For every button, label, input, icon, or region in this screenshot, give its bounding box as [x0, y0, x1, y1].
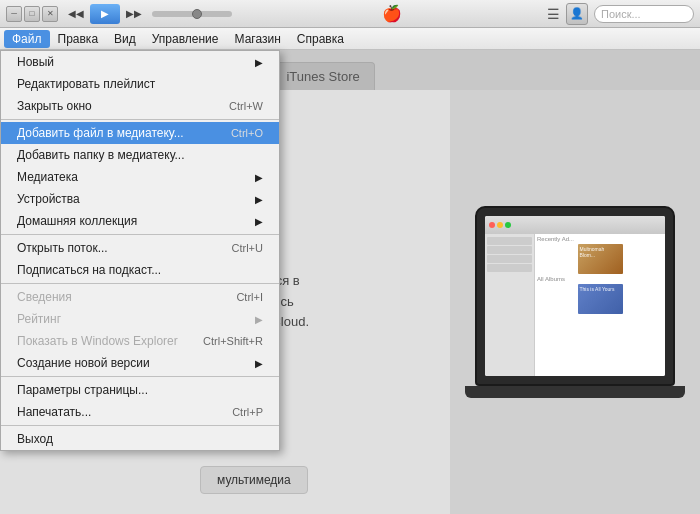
dropdown-item-stream-label: Открыть поток... — [17, 241, 108, 255]
search-box[interactable]: Поиск... — [594, 5, 694, 23]
separator-5 — [1, 425, 279, 426]
separator-4 — [1, 376, 279, 377]
dropdown-item-new-label: Новый — [17, 55, 54, 69]
laptop-screen: Recently Ad... Multnomah Blom... All Alb… — [485, 216, 665, 376]
dropdown-arrow-new: ▶ — [255, 57, 263, 68]
dropdown-arrow-rating: ▶ — [255, 314, 263, 325]
screen-dot-red — [489, 222, 495, 228]
dropdown-item-podcast-label: Подписаться на подкаст... — [17, 263, 161, 277]
laptop-main: Recently Ad... Multnomah Blom... All Alb… — [535, 234, 665, 376]
progress-bar[interactable] — [152, 11, 232, 17]
dropdown-item-new[interactable]: Новый ▶ — [1, 51, 279, 73]
dropdown-item-devices[interactable]: Устройства ▶ — [1, 188, 279, 210]
laptop-area: Recently Ad... Multnomah Blom... All Alb… — [450, 90, 700, 514]
screen-dot-green — [505, 222, 511, 228]
laptop-screen-body: Recently Ad... Multnomah Blom... All Alb… — [485, 234, 665, 376]
dropdown-arrow-version: ▶ — [255, 358, 263, 369]
ls-sidebar-item — [487, 237, 532, 245]
dropdown-arrow-devices: ▶ — [255, 194, 263, 205]
player-controls: ◀◀ ▶ ▶▶ — [66, 4, 236, 24]
dropdown-item-open-stream[interactable]: Открыть поток... Ctrl+U — [1, 237, 279, 259]
separator-2 — [1, 234, 279, 235]
shortcut-stream: Ctrl+U — [232, 242, 263, 254]
dropdown-item-subscribe-podcast[interactable]: Подписаться на подкаст... — [1, 259, 279, 281]
shortcut-info: Ctrl+I — [236, 291, 263, 303]
dropdown-item-show-explorer: Показать в Windows Explorer Ctrl+Shift+R — [1, 330, 279, 352]
menu-item-file[interactable]: Файл — [4, 30, 50, 48]
ls-sidebar-item — [487, 264, 532, 272]
dropdown-item-close-label: Закрыть окно — [17, 99, 92, 113]
screen-dot-yellow — [497, 222, 503, 228]
dropdown-item-home-sharing[interactable]: Домашняя коллекция ▶ — [1, 210, 279, 232]
laptop-base — [465, 386, 685, 398]
dropdown-item-add-file[interactable]: Добавить файл в медиатеку... Ctrl+O — [1, 122, 279, 144]
menu-item-edit[interactable]: Правка — [50, 30, 107, 48]
ls-sidebar-item — [487, 246, 532, 254]
dropdown-item-explorer-label: Показать в Windows Explorer — [17, 334, 178, 348]
dropdown-item-add-folder-label: Добавить папку в медиатеку... — [17, 148, 184, 162]
menu-item-help[interactable]: Справка — [289, 30, 352, 48]
dropdown-item-print-label: Напечатать... — [17, 405, 91, 419]
dropdown-item-add-folder[interactable]: Добавить папку в медиатеку... — [1, 144, 279, 166]
dropdown-item-library-label: Медиатека — [17, 170, 78, 184]
shortcut-explorer: Ctrl+Shift+R — [203, 335, 263, 347]
title-bar-right: ☰ 👤 Поиск... — [547, 3, 694, 25]
dropdown-arrow-library: ▶ — [255, 172, 263, 183]
laptop-screen-bar — [485, 216, 665, 234]
menu-bar: Файл Правка Вид Управление Магазин Справ… — [0, 28, 700, 50]
dropdown-item-exit-label: Выход — [17, 432, 53, 446]
dropdown-item-info: Сведения Ctrl+I — [1, 286, 279, 308]
separator-1 — [1, 119, 279, 120]
next-button[interactable]: ▶▶ — [124, 5, 144, 23]
dropdown-item-rating-label: Рейтинг — [17, 312, 61, 326]
menu-item-manage[interactable]: Управление — [144, 30, 227, 48]
dropdown-arrow-home: ▶ — [255, 216, 263, 227]
menu-item-view[interactable]: Вид — [106, 30, 144, 48]
dropdown-item-info-label: Сведения — [17, 290, 72, 304]
progress-thumb — [192, 9, 202, 19]
separator-3 — [1, 283, 279, 284]
dropdown-item-edit-playlist[interactable]: Редактировать плейлист — [1, 73, 279, 95]
album-cover-2: This is All Yours — [578, 284, 623, 314]
dropdown-item-library[interactable]: Медиатека ▶ — [1, 166, 279, 188]
dropdown-item-page-setup[interactable]: Параметры страницы... — [1, 379, 279, 401]
all-albums-label: All Albums — [537, 276, 663, 282]
dropdown-item-print[interactable]: Напечатать... Ctrl+P — [1, 401, 279, 423]
dropdown-item-add-file-label: Добавить файл в медиатеку... — [17, 126, 184, 140]
dropdown-item-pagesetup-label: Параметры страницы... — [17, 383, 148, 397]
menu-icon[interactable]: ☰ — [547, 6, 560, 22]
title-bar: ─ □ ✕ ◀◀ ▶ ▶▶ 🍎 ☰ 👤 Поиск... — [0, 0, 700, 28]
laptop-body: Recently Ad... Multnomah Blom... All Alb… — [475, 206, 675, 386]
search-placeholder: Поиск... — [601, 8, 641, 20]
file-dropdown-menu: Новый ▶ Редактировать плейлист Закрыть о… — [0, 50, 280, 451]
dropdown-item-create-version[interactable]: Создание новой версии ▶ — [1, 352, 279, 374]
user-icon[interactable]: 👤 — [566, 3, 588, 25]
maximize-button[interactable]: □ — [24, 6, 40, 22]
laptop-sidebar — [485, 234, 535, 376]
dropdown-item-version-label: Создание новой версии — [17, 356, 150, 370]
dropdown-item-home-label: Домашняя коллекция — [17, 214, 137, 228]
close-button[interactable]: ✕ — [42, 6, 58, 22]
window-controls: ─ □ ✕ — [6, 6, 58, 22]
play-button[interactable]: ▶ — [90, 4, 120, 24]
dropdown-item-exit[interactable]: Выход — [1, 428, 279, 450]
dropdown-item-rating: Рейтинг ▶ — [1, 308, 279, 330]
dropdown-item-devices-label: Устройства — [17, 192, 80, 206]
apple-logo: 🍎 — [240, 4, 543, 23]
menu-item-store[interactable]: Магазин — [227, 30, 289, 48]
album-cover-1: Multnomah Blom... — [578, 244, 623, 274]
multimedia-button[interactable]: мультимедиа — [200, 466, 308, 494]
ls-sidebar-item — [487, 255, 532, 263]
recently-added-label: Recently Ad... — [537, 236, 663, 242]
tab-itunes-store[interactable]: iTunes Store — [271, 62, 374, 90]
minimize-button[interactable]: ─ — [6, 6, 22, 22]
shortcut-close: Ctrl+W — [229, 100, 263, 112]
shortcut-add-file: Ctrl+O — [231, 127, 263, 139]
dropdown-item-close-window[interactable]: Закрыть окно Ctrl+W — [1, 95, 279, 117]
shortcut-print: Ctrl+P — [232, 406, 263, 418]
prev-button[interactable]: ◀◀ — [66, 5, 86, 23]
dropdown-item-edit-playlist-label: Редактировать плейлист — [17, 77, 155, 91]
